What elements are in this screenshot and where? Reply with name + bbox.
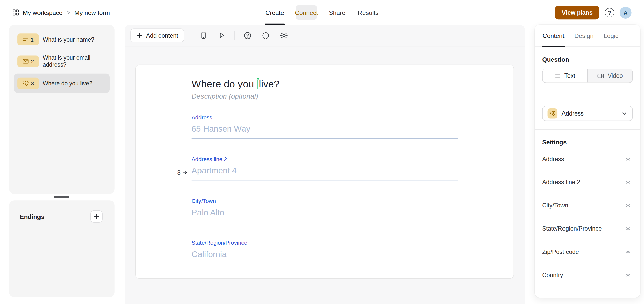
field-label[interactable]: Address	[192, 114, 458, 121]
workspace-grid-icon[interactable]	[12, 9, 19, 16]
field-underline	[192, 180, 458, 181]
app: My workspace My new form Create Connect …	[0, 0, 644, 304]
tab-results[interactable]: Results	[357, 0, 379, 25]
setting-label: Zip/Post code	[542, 248, 579, 255]
endings-label: Endings	[20, 213, 44, 220]
field-toggle-icon[interactable]	[623, 177, 633, 187]
breadcrumb: My workspace My new form	[12, 9, 110, 16]
field-label[interactable]: City/Town	[192, 198, 458, 204]
arrow-right-icon	[182, 169, 188, 175]
title-text: Where do you	[192, 78, 257, 89]
question-item-title: What is your name?	[43, 36, 94, 43]
breadcrumb-workspace[interactable]: My workspace	[23, 9, 62, 16]
text-lines-icon	[555, 73, 561, 79]
setting-row-address-line-2: Address line 2	[542, 171, 633, 194]
field-placeholder[interactable]: California	[192, 250, 458, 259]
avatar[interactable]: A	[620, 7, 632, 19]
field-underline	[192, 222, 458, 222]
text-cursor	[258, 80, 258, 89]
setting-row-country: Country	[542, 263, 633, 286]
question-item-2[interactable]: 2 What is your email address?	[14, 51, 110, 72]
field-placeholder[interactable]: 65 Hansen Way	[192, 124, 458, 134]
setting-row-zip-post-code: Zip/Post code	[542, 240, 633, 263]
tab-connect[interactable]: Connect	[296, 5, 317, 20]
toggle-text-label: Text	[564, 72, 575, 79]
sidebar-resize-handle[interactable]	[54, 196, 69, 198]
question-section-label: Question	[542, 56, 633, 63]
dropdown-value: Address	[562, 110, 584, 117]
view-plans-button[interactable]: View plans	[555, 6, 599, 19]
question-list: 1 What is your name? 2 What is your emai…	[9, 25, 115, 194]
toolbar-divider	[190, 31, 191, 40]
setting-row-state-region: State/Region/Province	[542, 217, 633, 240]
toolbar-divider	[234, 31, 235, 40]
question-number-badge: 3	[31, 80, 34, 86]
question-description[interactable]: Description (optional)	[192, 92, 458, 101]
field-toggle-icon[interactable]	[623, 247, 633, 256]
properties-panel: Content Design Logic Question Text Video	[535, 25, 640, 298]
email-icon: 2	[17, 55, 39, 67]
field-state-region: State/Region/Province California	[192, 240, 458, 264]
question-preview-card: 3 Where do you live? Description (option…	[135, 65, 514, 279]
help-icon[interactable]: ?	[605, 8, 614, 17]
add-ending-button[interactable]	[90, 210, 103, 223]
panel-divider	[535, 129, 640, 130]
panel-tab-logic[interactable]: Logic	[603, 25, 619, 47]
question-number-text: 3	[177, 169, 181, 176]
panel-body: Question Text Video	[535, 47, 640, 287]
help-circle-icon[interactable]	[241, 28, 255, 43]
field-underline	[192, 138, 458, 139]
setting-label: Address line 2	[542, 179, 580, 185]
refresh-icon[interactable]	[259, 28, 273, 43]
field-toggle-icon[interactable]	[623, 154, 633, 164]
settings-gear-icon[interactable]	[277, 28, 291, 43]
settings-rows: Address Address line 2 City/Town	[542, 147, 633, 287]
setting-label: Country	[542, 272, 563, 278]
help-glyph: ?	[608, 9, 611, 16]
field-placeholder[interactable]: Palo Alto	[192, 208, 458, 217]
field-underline	[192, 264, 458, 264]
question-number-badge: 1	[31, 36, 34, 43]
setting-label: State/Region/Province	[542, 225, 602, 232]
topbar-actions: View plans ? A	[548, 6, 632, 19]
question-item-title: Where do you live?	[43, 80, 92, 87]
panel-tab-design[interactable]: Design	[574, 25, 594, 47]
plus-icon	[137, 32, 143, 39]
endings-header: Endings	[20, 210, 103, 223]
question-item-3[interactable]: 3 Where do you live?	[14, 74, 110, 93]
setting-label: City/Town	[542, 202, 568, 209]
field-label[interactable]: Address line 2	[192, 156, 458, 162]
question-item-1[interactable]: 1 What is your name?	[14, 30, 110, 49]
field-toggle-icon[interactable]	[623, 224, 633, 233]
top-nav: Create Connect Share Results	[265, 0, 379, 25]
tab-create[interactable]: Create	[265, 0, 285, 25]
field-label[interactable]: State/Region/Province	[192, 240, 458, 246]
panel-tabs: Content Design Logic	[535, 25, 640, 47]
topbar-divider	[548, 8, 549, 17]
video-camera-icon	[597, 72, 604, 79]
field-toggle-icon[interactable]	[623, 201, 633, 210]
question-number: 3	[177, 80, 192, 264]
field-placeholder[interactable]: Apartment 4	[192, 166, 458, 176]
field-city-town: City/Town Palo Alto	[192, 198, 458, 222]
mobile-preview-icon[interactable]	[196, 28, 210, 43]
question-title[interactable]: Where do you live?	[192, 78, 458, 91]
short-text-icon: 1	[17, 33, 39, 45]
question-type-dropdown[interactable]: Address	[542, 106, 633, 121]
setting-row-city-town: City/Town	[542, 194, 633, 217]
tab-share[interactable]: Share	[328, 0, 346, 25]
question-item-title: What is your email address?	[43, 54, 106, 68]
address-icon	[548, 108, 557, 118]
setting-label: Address	[542, 156, 564, 162]
chevron-right-icon	[66, 10, 71, 15]
add-content-button[interactable]: Add content	[130, 29, 184, 42]
field-toggle-icon[interactable]	[623, 270, 633, 280]
toggle-video[interactable]: Video	[587, 69, 632, 83]
settings-section-label: Settings	[542, 139, 633, 146]
panel-tab-content[interactable]: Content	[542, 25, 565, 47]
title-text: live?	[259, 78, 279, 89]
preview-play-icon[interactable]	[215, 28, 229, 43]
breadcrumb-form-name[interactable]: My new form	[74, 9, 110, 16]
toggle-text[interactable]: Text	[543, 69, 587, 83]
address-icon: 3	[17, 78, 39, 89]
